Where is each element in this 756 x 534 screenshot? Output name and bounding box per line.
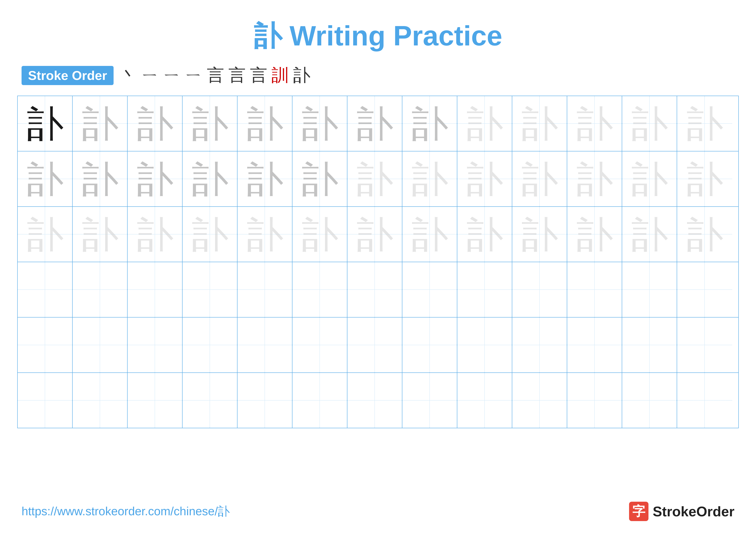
cell-3-12[interactable]: 訃 xyxy=(622,207,677,262)
cell-4-11[interactable] xyxy=(567,262,622,317)
cell-4-9[interactable] xyxy=(457,262,512,317)
cell-1-8[interactable]: 訃 xyxy=(402,96,457,151)
char-guide: 訃 xyxy=(687,105,723,142)
cell-1-13[interactable]: 訃 xyxy=(677,96,732,151)
cell-4-6[interactable] xyxy=(292,262,347,317)
cell-6-2[interactable] xyxy=(73,373,127,428)
cell-1-5[interactable]: 訃 xyxy=(237,96,292,151)
cell-4-10[interactable] xyxy=(512,262,567,317)
cell-5-11[interactable] xyxy=(567,318,622,372)
char-guide: 訃 xyxy=(466,105,503,142)
cell-2-12[interactable]: 訃 xyxy=(622,151,677,206)
cell-4-2[interactable] xyxy=(73,262,127,317)
cell-4-8[interactable] xyxy=(402,262,457,317)
cell-6-10[interactable] xyxy=(512,373,567,428)
footer-url[interactable]: https://www.strokeorder.com/chinese/訃 xyxy=(21,503,230,519)
cell-2-8[interactable]: 訃 xyxy=(402,151,457,206)
cell-5-7[interactable] xyxy=(347,318,402,372)
cell-6-1[interactable] xyxy=(18,373,73,428)
cell-3-1[interactable]: 訃 xyxy=(18,207,73,262)
char-guide: 訃 xyxy=(521,161,558,197)
char-guide: 訃 xyxy=(137,105,173,142)
cell-2-13[interactable]: 訃 xyxy=(677,151,732,206)
cell-3-4[interactable]: 訃 xyxy=(182,207,237,262)
cell-3-2[interactable]: 訃 xyxy=(73,207,127,262)
cell-2-4[interactable]: 訃 xyxy=(182,151,237,206)
stroke-2: ㄧ xyxy=(142,64,159,87)
logo-char: 字 xyxy=(632,503,645,520)
cell-4-13[interactable] xyxy=(677,262,732,317)
grid-row-5 xyxy=(18,318,738,373)
cell-6-8[interactable] xyxy=(402,373,457,428)
cell-6-6[interactable] xyxy=(292,373,347,428)
cell-1-3[interactable]: 訃 xyxy=(127,96,182,151)
cell-4-1[interactable] xyxy=(18,262,73,317)
stroke-4: ㄧ xyxy=(185,64,202,87)
cell-3-7[interactable]: 訃 xyxy=(347,207,402,262)
cell-5-5[interactable] xyxy=(237,318,292,372)
cell-6-12[interactable] xyxy=(622,373,677,428)
stroke-6: 言 xyxy=(229,64,246,87)
grid-row-4 xyxy=(18,262,738,318)
cell-4-7[interactable] xyxy=(347,262,402,317)
cell-2-5[interactable]: 訃 xyxy=(237,151,292,206)
cell-2-3[interactable]: 訃 xyxy=(127,151,182,206)
cell-6-4[interactable] xyxy=(182,373,237,428)
cell-3-11[interactable]: 訃 xyxy=(567,207,622,262)
cell-2-1[interactable]: 訃 xyxy=(18,151,73,206)
cell-2-6[interactable]: 訃 xyxy=(292,151,347,206)
char-guide: 訃 xyxy=(357,216,393,253)
cell-1-11[interactable]: 訃 xyxy=(567,96,622,151)
cell-6-9[interactable] xyxy=(457,373,512,428)
char-guide: 訃 xyxy=(466,216,503,253)
cell-5-9[interactable] xyxy=(457,318,512,372)
cell-5-3[interactable] xyxy=(127,318,182,372)
cell-3-9[interactable]: 訃 xyxy=(457,207,512,262)
cell-2-10[interactable]: 訃 xyxy=(512,151,567,206)
char-guide: 訃 xyxy=(82,161,118,197)
cell-6-11[interactable] xyxy=(567,373,622,428)
char-guide: 訃 xyxy=(302,216,338,253)
cell-4-12[interactable] xyxy=(622,262,677,317)
cell-4-5[interactable] xyxy=(237,262,292,317)
cell-5-13[interactable] xyxy=(677,318,732,372)
char-guide: 訃 xyxy=(302,105,338,142)
cell-3-5[interactable]: 訃 xyxy=(237,207,292,262)
cell-2-11[interactable]: 訃 xyxy=(567,151,622,206)
cell-5-8[interactable] xyxy=(402,318,457,372)
cell-5-1[interactable] xyxy=(18,318,73,372)
stroke-8: 訓 xyxy=(272,64,289,87)
cell-1-6[interactable]: 訃 xyxy=(292,96,347,151)
cell-6-13[interactable] xyxy=(677,373,732,428)
cell-1-7[interactable]: 訃 xyxy=(347,96,402,151)
cell-5-2[interactable] xyxy=(73,318,127,372)
cell-6-3[interactable] xyxy=(127,373,182,428)
stroke-7: 言 xyxy=(250,64,267,87)
cell-1-1[interactable]: 訃 xyxy=(18,96,73,151)
cell-3-8[interactable]: 訃 xyxy=(402,207,457,262)
cell-2-7[interactable]: 訃 xyxy=(347,151,402,206)
cell-3-3[interactable]: 訃 xyxy=(127,207,182,262)
cell-5-6[interactable] xyxy=(292,318,347,372)
cell-6-5[interactable] xyxy=(237,373,292,428)
cell-3-13[interactable]: 訃 xyxy=(677,207,732,262)
cell-3-10[interactable]: 訃 xyxy=(512,207,567,262)
grid-row-2: 訃 訃 訃 訃 訃 訃 訃 訃 訃 訃 訃 訃 訃 xyxy=(18,151,738,207)
cell-1-2[interactable]: 訃 xyxy=(73,96,127,151)
cell-1-9[interactable]: 訃 xyxy=(457,96,512,151)
cell-5-4[interactable] xyxy=(182,318,237,372)
cell-5-10[interactable] xyxy=(512,318,567,372)
char-guide: 訃 xyxy=(411,105,448,142)
cell-1-12[interactable]: 訃 xyxy=(622,96,677,151)
cell-4-3[interactable] xyxy=(127,262,182,317)
cell-1-4[interactable]: 訃 xyxy=(182,96,237,151)
cell-2-2[interactable]: 訃 xyxy=(73,151,127,206)
cell-4-4[interactable] xyxy=(182,262,237,317)
cell-1-10[interactable]: 訃 xyxy=(512,96,567,151)
cell-3-6[interactable]: 訃 xyxy=(292,207,347,262)
stroke-5: 言 xyxy=(207,64,224,87)
cell-5-12[interactable] xyxy=(622,318,677,372)
cell-6-7[interactable] xyxy=(347,373,402,428)
cell-2-9[interactable]: 訃 xyxy=(457,151,512,206)
char-guide: 訃 xyxy=(576,105,613,142)
